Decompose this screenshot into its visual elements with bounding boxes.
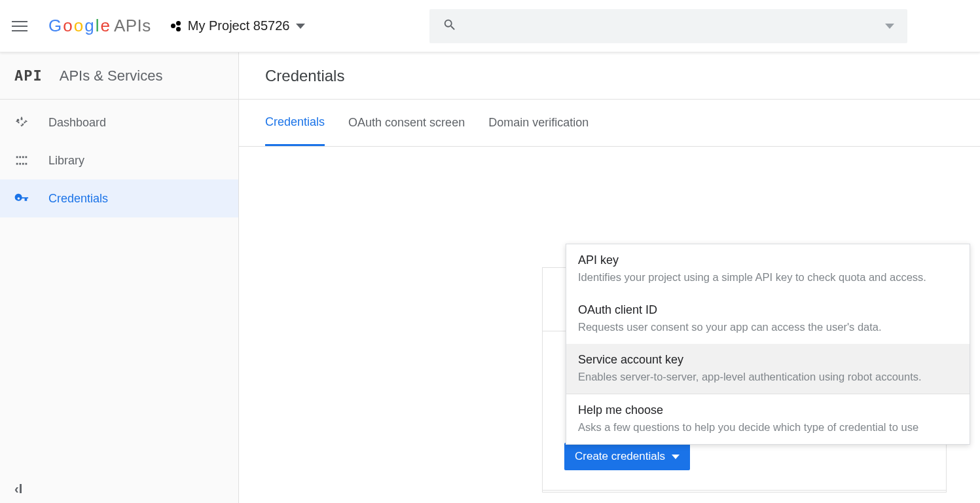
tabs: Credentials OAuth consent screen Domain … [239, 100, 980, 147]
create-credentials-dropdown: API key Identifies your project using a … [566, 244, 970, 445]
dashboard-icon [14, 115, 29, 130]
google-apis-logo[interactable]: Google APIs [48, 16, 151, 36]
sidebar-item-label: Library [48, 154, 84, 168]
dropdown-item-title: API key [578, 253, 958, 267]
tab-label: OAuth consent screen [348, 116, 465, 130]
dropdown-item-desc: Requests user consent so your app can ac… [578, 320, 958, 335]
tab-oauth-consent[interactable]: OAuth consent screen [348, 100, 465, 146]
dropdown-item-service-account-key[interactable]: Service account key Enables server-to-se… [566, 344, 970, 394]
dropdown-item-desc: Asks a few questions to help you decide … [578, 420, 958, 435]
chevron-down-icon [296, 24, 305, 29]
search-box[interactable] [429, 9, 907, 43]
sidebar-header: API APIs & Services [0, 52, 238, 100]
sidebar-item-label: Dashboard [48, 116, 106, 130]
page-title: Credentials [265, 67, 344, 85]
tab-label: Domain verification [488, 116, 589, 130]
search-icon [443, 18, 457, 35]
dropdown-item-oauth-client-id[interactable]: OAuth client ID Requests user consent so… [566, 294, 970, 344]
create-credentials-label: Create credentials [575, 450, 665, 463]
logo-suffix: APIs [114, 16, 151, 36]
tab-domain-verification[interactable]: Domain verification [488, 100, 589, 146]
project-icon [171, 21, 181, 31]
dropdown-item-api-key[interactable]: API key Identifies your project using a … [566, 244, 970, 294]
sidebar: API APIs & Services Dashboard [0, 52, 239, 503]
dropdown-item-title: Help me choose [578, 403, 958, 417]
svg-rect-2 [16, 159, 18, 162]
create-credentials-button[interactable]: Create credentials [564, 443, 690, 470]
dropdown-item-desc: Identifies your project using a simple A… [578, 270, 958, 285]
dropdown-item-title: OAuth client ID [578, 303, 958, 317]
key-icon [14, 191, 29, 206]
dropdown-item-help-me-choose[interactable]: Help me choose Asks a few questions to h… [566, 394, 970, 444]
top-bar: Google APIs My Project 85726 [0, 0, 980, 52]
menu-icon[interactable] [12, 17, 30, 35]
svg-point-0 [17, 119, 20, 122]
sidebar-item-dashboard[interactable]: Dashboard [0, 103, 238, 141]
collapse-sidebar-icon[interactable]: ‹I [14, 481, 22, 496]
sidebar-item-label: Credentials [48, 192, 108, 206]
chevron-down-icon [672, 455, 680, 459]
sidebar-item-credentials[interactable]: Credentials [0, 179, 238, 217]
tab-credentials[interactable]: Credentials [265, 100, 325, 146]
search-filter-caret-icon[interactable] [885, 24, 894, 29]
project-name: My Project 85726 [188, 18, 290, 33]
api-badge-icon: API [14, 67, 43, 84]
dropdown-item-desc: Enables server-to-server, app-level auth… [578, 369, 958, 384]
main-header: Credentials [239, 52, 980, 100]
sidebar-title: APIs & Services [60, 67, 163, 84]
library-icon [14, 153, 29, 168]
project-selector[interactable]: My Project 85726 [171, 18, 306, 33]
sidebar-item-library[interactable]: Library [0, 141, 238, 179]
tab-label: Credentials [265, 115, 325, 129]
dropdown-item-title: Service account key [578, 353, 958, 367]
